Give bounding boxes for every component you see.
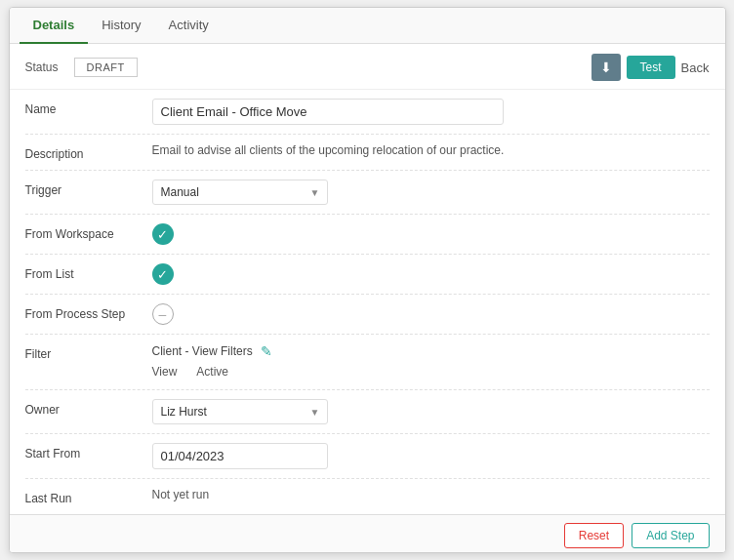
filter-label: Filter (25, 343, 152, 361)
from-process-step-label: From Process Step (25, 303, 152, 321)
last-run-text: Not yet run (152, 488, 210, 501)
from-list-value: ✓ (152, 263, 710, 285)
footer-btn-row: Reset Add Step (10, 515, 725, 552)
from-workspace-check-icon: ✓ (152, 223, 174, 245)
back-button[interactable]: Back (681, 60, 710, 75)
filter-value: Client - View Filters ✎ View Active (152, 343, 710, 380)
description-row: Description Email to advise all clients … (25, 135, 710, 171)
trigger-row: Trigger Manual ▼ (25, 171, 710, 215)
from-workspace-label: From Workspace (25, 223, 152, 241)
filter-col2: Active (196, 363, 228, 380)
main-window: Details History Activity Status DRAFT ⬇ … (9, 7, 726, 553)
owner-select[interactable]: Liz Hurst (152, 399, 328, 424)
tab-activity[interactable]: Activity (155, 8, 223, 44)
description-text: Email to advise all clients of the upcom… (152, 143, 505, 157)
filter-row: Filter Client - View Filters ✎ View Acti… (25, 335, 710, 390)
name-row: Name (25, 90, 710, 135)
owner-row: Owner Liz Hurst ▼ (25, 390, 710, 434)
filter-section: Client - View Filters ✎ View Active (152, 343, 272, 380)
from-list-check-icon: ✓ (152, 263, 174, 285)
header-right: ⬇ Test Back (591, 54, 710, 81)
footer: Reset Add Step Step Application Action (10, 514, 725, 552)
start-from-row: Start From (25, 434, 710, 479)
from-list-row: From List ✓ (25, 255, 710, 295)
owner-label: Owner (25, 399, 152, 417)
tab-details[interactable]: Details (20, 8, 89, 44)
header-left: Status DRAFT (25, 58, 138, 77)
name-value (152, 99, 710, 125)
download-icon: ⬇ (600, 60, 612, 75)
status-label: Status (25, 60, 59, 74)
start-from-label: Start From (25, 443, 152, 460)
from-process-step-row: From Process Step – (25, 295, 710, 335)
tab-history[interactable]: History (88, 8, 154, 44)
add-step-button[interactable]: Add Step (632, 523, 709, 548)
from-workspace-row: From Workspace ✓ (25, 215, 710, 255)
filter-sub-row: View Active (152, 363, 272, 380)
from-process-step-value: – (152, 303, 710, 325)
form-body: Name Description Email to advise all cli… (10, 90, 725, 514)
last-run-value: Not yet run (152, 488, 710, 501)
start-from-value (152, 443, 710, 469)
reset-button[interactable]: Reset (564, 523, 624, 548)
start-from-input[interactable] (152, 443, 328, 469)
trigger-value: Manual ▼ (152, 180, 710, 205)
header-row: Status DRAFT ⬇ Test Back (10, 44, 725, 90)
content-area: Status DRAFT ⬇ Test Back Name (10, 44, 725, 552)
from-workspace-value: ✓ (152, 223, 710, 245)
owner-select-wrapper: Liz Hurst ▼ (152, 399, 328, 424)
test-button[interactable]: Test (627, 56, 675, 79)
last-run-row: Last Run Not yet run (25, 479, 710, 514)
owner-value: Liz Hurst ▼ (152, 399, 710, 424)
from-process-step-minus-icon: – (152, 303, 174, 325)
status-badge: DRAFT (74, 58, 138, 77)
trigger-label: Trigger (25, 180, 152, 197)
name-label: Name (25, 99, 152, 116)
trigger-select[interactable]: Manual (152, 180, 328, 205)
trigger-select-wrapper: Manual ▼ (152, 180, 328, 205)
filter-edit-icon[interactable]: ✎ (261, 343, 272, 359)
filter-col1: View (152, 363, 178, 380)
filter-title: Client - View Filters (152, 344, 253, 358)
description-label: Description (25, 143, 152, 161)
from-list-label: From List (25, 263, 152, 281)
description-value: Email to advise all clients of the upcom… (152, 143, 710, 157)
tab-bar: Details History Activity (10, 8, 725, 44)
last-run-label: Last Run (25, 488, 152, 505)
download-button[interactable]: ⬇ (591, 54, 621, 81)
filter-title-row: Client - View Filters ✎ (152, 343, 272, 359)
name-input[interactable] (152, 99, 504, 125)
